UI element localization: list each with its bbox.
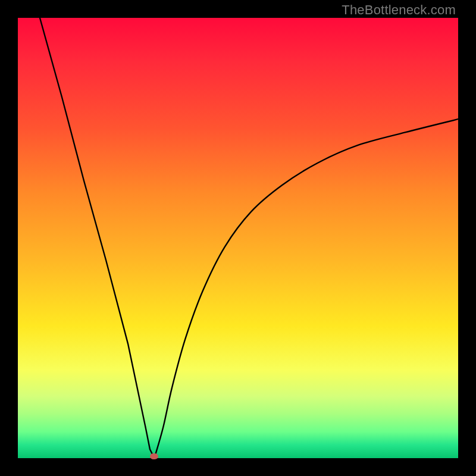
- bottleneck-curve: [18, 18, 458, 458]
- minimum-marker: [150, 453, 158, 459]
- chart-frame: TheBottleneck.com: [0, 0, 476, 476]
- watermark-text: TheBottleneck.com: [342, 2, 456, 18]
- plot-area: [18, 18, 458, 458]
- curve-path: [40, 18, 458, 461]
